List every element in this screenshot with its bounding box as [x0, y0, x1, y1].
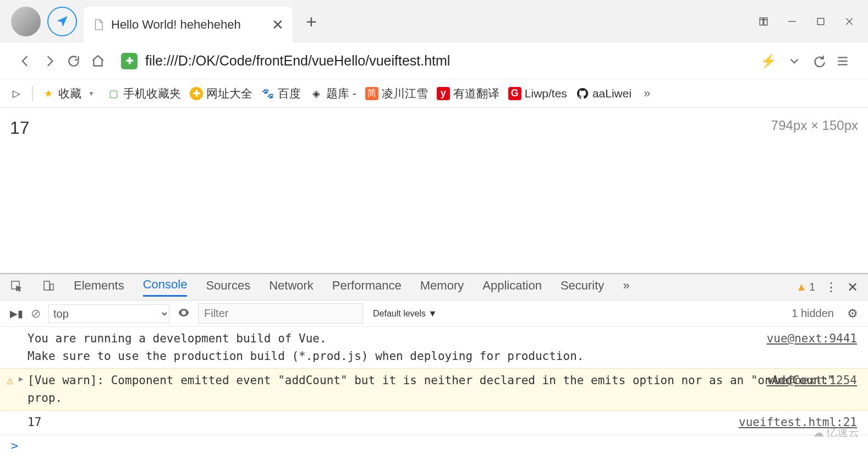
url-text[interactable]: file:///D:/OK/Code/frontEnd/vueHello/vue… [145, 53, 755, 69]
expand-caret-icon[interactable]: ▶ [19, 373, 23, 385]
devtools-close-button[interactable]: ✕ [847, 280, 858, 295]
menu-button[interactable] [831, 49, 855, 73]
console-toolbar: ▶▮ ⊘ top Default levels ▼ 1 hidden ⚙ [0, 301, 868, 327]
browser-titlebar: Hello World! heheheheh ✕ + [0, 0, 868, 43]
watermark: ☁亿速云 [813, 425, 859, 440]
bookmark-label: aaLiwei [592, 87, 631, 100]
devtools-panel: Elements Console Sources Network Perform… [0, 273, 868, 456]
devtools-tab-sources[interactable]: Sources [206, 279, 250, 296]
tab-close-button[interactable]: ✕ [272, 17, 284, 34]
svg-rect-1 [817, 18, 824, 25]
separator [32, 86, 33, 101]
console-message-warn: ▶ [Vue warn]: Component emitted event "a… [0, 368, 868, 411]
address-bar: ✚ file:///D:/OK/Code/frontEnd/vueHello/v… [0, 43, 868, 79]
devtools-tab-application[interactable]: Application [482, 279, 542, 296]
bolt-icon[interactable]: ⚡ [760, 53, 777, 69]
svg-rect-8 [44, 281, 50, 290]
bookmark-label: 收藏 [58, 86, 81, 101]
devtools-tab-network[interactable]: Network [269, 279, 314, 296]
forward-button[interactable] [37, 49, 62, 73]
bookmark-favorites[interactable]: ★收藏▼ [42, 86, 98, 101]
console-message-log: 17 vueiftest.html:21 [0, 411, 868, 435]
page-content: 17 794px × 150px [0, 108, 868, 273]
console-text: Make sure to use the production build (*… [28, 348, 857, 365]
back-button[interactable] [13, 49, 37, 73]
window-maximize-button[interactable] [806, 9, 835, 34]
execution-context-select[interactable]: top [48, 304, 169, 323]
console-text: 17 [28, 416, 41, 429]
console-text: [Vue warn]: Component emitted event "add… [28, 374, 834, 405]
security-shield-icon[interactable]: ✚ [121, 53, 138, 69]
bookmark-lingchuan[interactable]: 简凌川江雪 [365, 86, 428, 101]
bookmark-label: 凌川江雪 [382, 86, 428, 101]
reload-button[interactable] [62, 49, 86, 73]
bookmark-label: Liwp/tes [525, 87, 567, 100]
devtools-tabbar: Elements Console Sources Network Perform… [0, 274, 868, 301]
window-minimize-button[interactable] [778, 9, 806, 34]
bookmark-overflow[interactable]: » [640, 87, 653, 100]
console-text: You are running a development build of V… [28, 330, 857, 348]
navigation-circle-icon[interactable] [47, 7, 77, 36]
devtools-tab-elements[interactable]: Elements [74, 279, 124, 296]
hidden-count: 1 hidden [792, 307, 834, 320]
devtools-tab-security[interactable]: Security [561, 279, 604, 296]
log-levels-select[interactable]: Default levels ▼ [371, 307, 439, 321]
console-prompt[interactable]: > [0, 435, 868, 456]
document-icon [92, 19, 105, 31]
console-filter-input[interactable] [198, 303, 363, 324]
undo-dropdown-button[interactable] [806, 49, 831, 73]
warning-count-badge[interactable]: ▲1 [796, 281, 815, 293]
device-toggle-icon[interactable] [42, 280, 55, 295]
bookmark-label: 有道翻译 [453, 86, 499, 101]
bookmark-label: 百度 [278, 86, 301, 101]
devtools-tab-console[interactable]: Console [143, 277, 188, 297]
bookmark-label: 题库 - [326, 86, 356, 101]
dimension-badge: 794px × 150px [771, 118, 858, 133]
live-expression-icon[interactable] [177, 306, 190, 321]
devtools-tab-overflow[interactable]: » [623, 279, 629, 296]
page-output: 17 [10, 118, 858, 138]
devtools-menu-icon[interactable]: ⋮ [825, 280, 837, 294]
devtools-tab-memory[interactable]: Memory [420, 279, 464, 296]
devtools-tab-performance[interactable]: Performance [332, 279, 402, 296]
console-message-info: You are running a development build of V… [0, 327, 868, 368]
bookmarks-bar: ▷ ★收藏▼ ▢手机收藏夹 ✚网址大全 🐾百度 ◈题库 - 简凌川江雪 y有道翻… [0, 79, 868, 108]
window-close-button[interactable] [835, 9, 864, 34]
clear-console-icon[interactable]: ⊘ [31, 307, 41, 321]
console-settings-icon[interactable]: ⚙ [847, 307, 858, 321]
bookmark-liwp[interactable]: GLiwp/tes [508, 87, 567, 100]
bookmark-tiku[interactable]: ◈题库 - [310, 86, 356, 101]
warn-count: 1 [809, 281, 815, 293]
bookmark-baidu[interactable]: 🐾百度 [261, 86, 301, 101]
profile-avatar[interactable] [11, 7, 41, 36]
bookmark-mobile[interactable]: ▢手机收藏夹 [107, 86, 181, 101]
wardrobe-icon[interactable] [749, 9, 778, 34]
tab-title: Hello World! heheheheh [111, 18, 265, 32]
bookmark-label: 网址大全 [206, 86, 252, 101]
home-button[interactable] [86, 49, 110, 73]
inspect-icon[interactable] [10, 280, 23, 295]
bookmark-wangzhi[interactable]: ✚网址大全 [190, 86, 252, 101]
chevron-down-icon[interactable] [782, 49, 806, 73]
bookmark-youdao[interactable]: y有道翻译 [437, 86, 499, 101]
sidebar-toggle-icon[interactable]: ▷ [10, 87, 23, 100]
bookmark-aaliwei[interactable]: aaLiwei [576, 87, 631, 100]
console-sidebar-toggle[interactable]: ▶▮ [10, 308, 23, 320]
source-link[interactable]: vue@next:1254 [767, 372, 857, 390]
bookmark-label: 手机收藏夹 [123, 86, 181, 101]
console-output: You are running a development build of V… [0, 327, 868, 456]
new-tab-button[interactable]: + [306, 11, 317, 32]
browser-tab[interactable]: Hello World! heheheheh ✕ [84, 7, 293, 43]
source-link[interactable]: vue@next:9441 [767, 330, 857, 348]
svg-rect-9 [50, 284, 53, 290]
